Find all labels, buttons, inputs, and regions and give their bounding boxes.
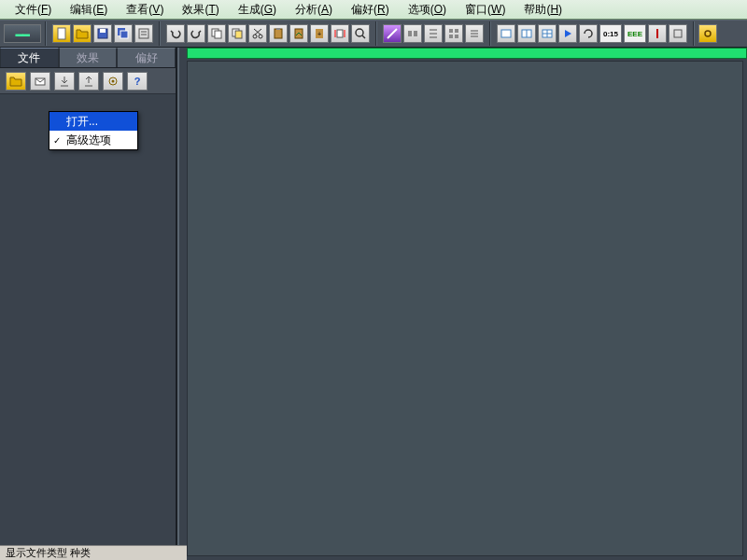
svg-point-48 [705,31,711,36]
side-options-button[interactable] [103,72,123,91]
svg-rect-4 [120,31,128,38]
panel-body: 打开... ✓高级选项 [0,94,176,560]
svg-point-53 [112,79,115,82]
side-recent-button[interactable] [30,72,50,91]
svg-rect-47 [674,30,682,37]
settings-2-button[interactable] [444,24,463,43]
convert-button[interactable] [403,24,422,43]
svg-rect-17 [276,28,280,30]
extra-button[interactable] [698,24,717,43]
save-button[interactable] [93,24,112,43]
magnifier-icon [354,27,367,40]
properties-icon [137,27,150,40]
menu-effects[interactable]: 效果(T) [173,0,228,20]
region-button[interactable] [669,24,687,43]
context-menu-open[interactable]: 打开... [49,112,137,131]
menu-help[interactable]: 帮助(H) [514,0,571,20]
properties-button[interactable] [134,24,153,43]
window-icon [500,27,513,40]
view-3-button[interactable] [538,24,557,43]
menu-edit[interactable]: 编辑(E) [61,0,117,20]
menu-generate[interactable]: 生成(G) [229,0,286,20]
cut-button[interactable] [248,24,267,43]
region-icon [671,27,684,40]
waveform-icon: ▬▬ [16,30,30,38]
marker-icon [651,27,664,40]
tab-file[interactable]: 文件 [0,48,59,67]
loop-button[interactable] [579,24,598,43]
menu-options[interactable]: 选项(O) [399,0,456,20]
list-icon [468,27,481,40]
status-text: 显示文件类型 种类 [6,546,91,560]
new-file-icon [55,27,68,40]
clipboard-mix-icon [292,27,305,40]
main-toolbar: ▬▬ + 0:15 EEE [0,20,747,48]
gear-icon [701,27,714,40]
paste-button[interactable] [269,24,288,43]
settings-1-button[interactable] [424,24,443,43]
menu-file[interactable]: 文件(F) [6,0,61,20]
svg-rect-27 [408,31,412,36]
main-area: 文件 效果 偏好 ? 打开... ✓高级选项 [0,48,747,560]
paste-new-button[interactable]: + [310,24,329,43]
side-open-button[interactable] [6,72,26,91]
tab-prefs[interactable]: 偏好 [117,48,176,67]
svg-rect-33 [455,29,458,33]
side-export-button[interactable] [78,72,99,91]
toolbar-separator [693,21,695,46]
copy-new-button[interactable] [228,24,247,43]
fx-button[interactable] [383,24,402,43]
marker-button[interactable] [648,24,667,43]
svg-rect-28 [414,31,417,36]
view-2-button[interactable] [517,24,536,43]
folder-open-icon [76,27,89,40]
timeline-strip[interactable] [187,48,747,59]
svg-rect-39 [501,30,511,37]
trim-button[interactable] [331,24,349,43]
trim-icon [333,27,346,40]
search-button[interactable] [351,24,370,43]
eee-button[interactable]: EEE [624,24,646,43]
play-button[interactable] [558,24,577,43]
check-icon: ✓ [53,135,61,146]
menu-analyze[interactable]: 分析(A) [286,0,342,20]
svg-rect-35 [455,35,458,38]
convert-icon [406,27,419,40]
redo-button[interactable] [187,24,205,43]
export-icon [82,75,95,88]
eee-label: EEE [627,30,642,38]
view-1-button[interactable] [497,24,515,43]
paste-mix-button[interactable] [289,24,308,43]
side-import-button[interactable] [54,72,75,91]
time-display-button[interactable]: 0:15 [599,24,622,43]
grid-icon [447,27,460,40]
tab-effects[interactable]: 效果 [59,48,118,67]
svg-rect-11 [235,31,242,38]
save-all-button[interactable] [114,24,133,43]
import-icon [58,75,71,88]
new-file-button[interactable] [52,24,71,43]
folder-open-icon [9,75,22,88]
context-menu-advanced[interactable]: ✓高级选项 [49,131,137,149]
open-file-button[interactable] [73,24,92,43]
svg-rect-5 [139,29,148,38]
mode-toggle-button[interactable]: ▬▬ [4,24,41,43]
toolbar-separator [159,21,161,46]
menu-view[interactable]: 查看(V) [117,0,173,20]
waveform-canvas[interactable] [187,61,743,556]
copy-button[interactable] [207,24,226,43]
settings-3-button[interactable] [465,24,484,43]
svg-point-13 [259,35,262,38]
scissors-icon [251,27,264,40]
toolbar-separator [489,21,491,46]
envelope-icon [34,75,47,88]
svg-point-24 [356,29,363,36]
svg-rect-21 [337,30,343,37]
menu-window[interactable]: 窗口(W) [456,0,514,20]
side-help-button[interactable]: ? [127,72,148,91]
menu-favorites[interactable]: 偏好(R) [342,0,399,20]
canvas-area [177,48,747,560]
play-icon [561,27,574,40]
floppy-icon [96,27,109,40]
undo-button[interactable] [166,24,185,43]
